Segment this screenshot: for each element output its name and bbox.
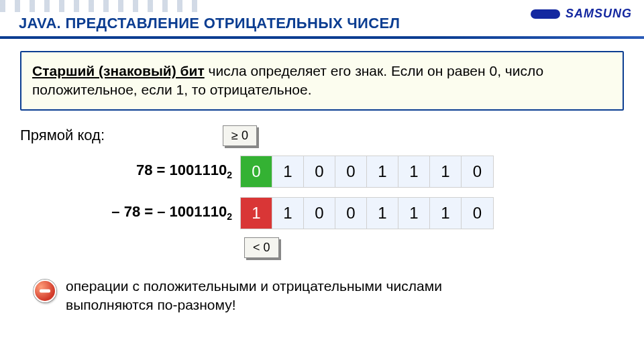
definition-term: Старший (знаковый) бит	[32, 63, 205, 78]
slide-title: JAVA. ПРЕДСТАВЛЕНИЕ ОТРИЦАТЕЛЬНЫХ ЧИСЕЛ	[19, 15, 400, 32]
header-underline-accent	[429, 36, 644, 39]
bit-cell: 1	[430, 198, 462, 229]
direct-code-label: Прямой код:	[20, 127, 105, 144]
equation-label-positive: 78 = 10011102	[20, 162, 240, 180]
logo-oval-icon	[531, 9, 560, 19]
badge-nonneg: ≥ 0	[223, 125, 257, 146]
sign-bit: 0	[241, 156, 272, 187]
eq-label-text: – 78 = – 1001110	[111, 203, 227, 220]
header-decoration	[0, 0, 201, 12]
direct-code-row: Прямой код: ≥ 0	[20, 125, 624, 146]
bit-cell: 0	[304, 198, 335, 229]
slide-content: Старший (знаковый) бит числа определяет …	[0, 39, 644, 326]
eq-label-sub: 2	[227, 170, 232, 181]
bit-cell: 0	[462, 198, 493, 229]
samsung-logo: SAMSUNG	[531, 7, 632, 21]
equation-row-negative: – 78 = – 10011102 1 1 0 0 1 1 1 0	[20, 197, 624, 229]
bit-strip-positive: 0 1 0 0 1 1 1 0	[240, 156, 494, 188]
bit-cell: 1	[367, 198, 398, 229]
bit-cell: 1	[430, 156, 462, 187]
bit-cell: 1	[272, 156, 304, 187]
bit-cell: 1	[367, 156, 398, 187]
eq-label-sub: 2	[227, 212, 232, 223]
equation-label-negative: – 78 = – 10011102	[20, 203, 240, 222]
bit-strip-negative: 1 1 0 0 1 1 1 0	[240, 197, 494, 229]
bit-cell: 1	[398, 156, 430, 187]
bit-cell: 0	[462, 156, 493, 187]
definition-box: Старший (знаковый) бит числа определяет …	[20, 51, 624, 111]
eq-label-text: 78 = 1001110	[136, 162, 227, 178]
bit-cell: 0	[304, 156, 335, 187]
slide-header: JAVA. ПРЕДСТАВЛЕНИЕ ОТРИЦАТЕЛЬНЫХ ЧИСЕЛ …	[0, 0, 644, 39]
bit-cell: 0	[335, 198, 367, 229]
bit-cell: 1	[398, 198, 430, 229]
logo-text: SAMSUNG	[566, 7, 632, 21]
bit-cell: 1	[272, 198, 304, 229]
badge-neg: < 0	[244, 237, 279, 258]
no-entry-icon	[34, 280, 56, 302]
equation-row-positive: 78 = 10011102 0 1 0 0 1 1 1 0	[20, 156, 624, 188]
bit-cell: 0	[335, 156, 367, 187]
sign-bit: 1	[241, 198, 272, 229]
warning-text: операции с положительными и отрицательны…	[66, 277, 495, 315]
warning-row: операции с положительными и отрицательны…	[20, 277, 624, 315]
